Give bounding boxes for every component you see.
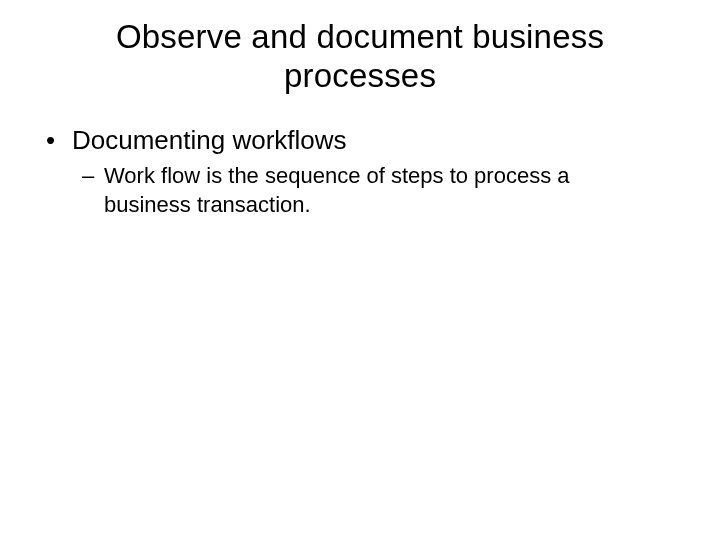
bullet-level2: – Work flow is the sequence of steps to … xyxy=(40,162,680,218)
bullet-text: Work flow is the sequence of steps to pr… xyxy=(104,162,644,218)
bullet-marker: – xyxy=(82,162,104,190)
slide-body: • Documenting workflows – Work flow is t… xyxy=(40,124,680,219)
bullet-marker: • xyxy=(40,124,72,157)
bullet-text: Documenting workflows xyxy=(72,124,347,157)
bullet-level1: • Documenting workflows xyxy=(40,124,680,157)
slide-title: Observe and document business processes xyxy=(40,18,680,96)
